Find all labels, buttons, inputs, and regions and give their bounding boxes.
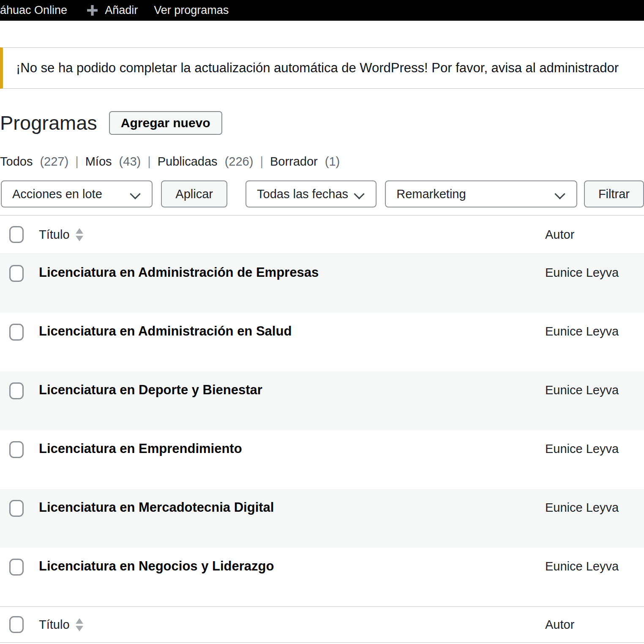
chevron-down-icon bbox=[130, 188, 141, 199]
add-new-button[interactable]: Agregar nuevo bbox=[109, 111, 222, 135]
sort-desc-icon bbox=[76, 626, 83, 631]
page-title: Programas bbox=[0, 110, 97, 136]
bulk-actions-select[interactable]: Acciones en lote bbox=[1, 180, 153, 207]
author-link[interactable]: Eunice Leyva bbox=[545, 266, 619, 279]
filter-all[interactable]: Todos (227) bbox=[0, 155, 68, 169]
sort-arrows-icon bbox=[76, 228, 83, 241]
filter-separator: | bbox=[147, 155, 151, 169]
column-author-label: Autor bbox=[545, 618, 574, 631]
table-row: Licenciatura en Emprendimiento Eunice Le… bbox=[0, 430, 644, 489]
filter-separator: | bbox=[75, 155, 79, 169]
program-title-link[interactable]: Licenciatura en Emprendimiento bbox=[39, 441, 242, 456]
row-checkbox[interactable] bbox=[9, 441, 24, 458]
category-filter-value: Remarketing bbox=[396, 187, 466, 201]
filter-draft[interactable]: Borrador (1) bbox=[270, 155, 340, 169]
row-checkbox[interactable] bbox=[9, 382, 24, 399]
admin-bar-new-label: Añadir bbox=[105, 4, 138, 17]
filter-mine-count: (43) bbox=[119, 155, 141, 168]
bulk-actions-value: Acciones en lote bbox=[12, 187, 102, 201]
author-link[interactable]: Eunice Leyva bbox=[545, 442, 619, 456]
plus-icon bbox=[86, 4, 99, 17]
column-author-label: Autor bbox=[545, 228, 574, 241]
admin-bar-view-programs[interactable]: Ver programas bbox=[154, 4, 229, 17]
apply-button[interactable]: Aplicar bbox=[161, 180, 227, 207]
dates-filter-select[interactable]: Todas las fechas bbox=[246, 180, 377, 207]
notice-message: ¡No se ha podido completar la actualizac… bbox=[3, 60, 619, 76]
filter-separator: | bbox=[260, 155, 263, 169]
column-title-sort[interactable]: Título bbox=[39, 618, 83, 632]
row-checkbox[interactable] bbox=[9, 265, 24, 282]
filter-all-count: (227) bbox=[40, 155, 68, 168]
row-checkbox[interactable] bbox=[9, 324, 24, 341]
filter-published-label[interactable]: Publicadas bbox=[158, 155, 218, 168]
table-row: Licenciatura en Deporte y Bienestar Euni… bbox=[0, 371, 644, 430]
table-body: Licenciatura en Administración de Empres… bbox=[0, 254, 644, 606]
category-filter-select[interactable]: Remarketing bbox=[385, 180, 577, 207]
author-link[interactable]: Eunice Leyva bbox=[545, 325, 619, 338]
sort-asc-icon bbox=[76, 618, 83, 624]
column-title-label: Título bbox=[39, 228, 70, 242]
program-title-link[interactable]: Licenciatura en Administración de Empres… bbox=[39, 265, 319, 280]
filter-button[interactable]: Filtrar bbox=[584, 180, 644, 207]
filter-draft-label[interactable]: Borrador bbox=[270, 155, 318, 168]
filter-published[interactable]: Publicadas (226) bbox=[158, 155, 254, 169]
chevron-down-icon bbox=[554, 188, 565, 199]
chevron-down-icon bbox=[354, 188, 364, 199]
table-toolbar: Acciones en lote Aplicar Todas las fecha… bbox=[0, 180, 644, 207]
table-row: Licenciatura en Mercadotecnia Digital Eu… bbox=[0, 489, 644, 548]
program-title-link[interactable]: Licenciatura en Negocios y Liderazgo bbox=[39, 559, 274, 573]
row-checkbox[interactable] bbox=[9, 500, 24, 517]
table-footer-row: Título Autor bbox=[0, 606, 644, 643]
filter-draft-count: (1) bbox=[325, 155, 340, 168]
author-link[interactable]: Eunice Leyva bbox=[545, 559, 619, 573]
dates-filter-value: Todas las fechas bbox=[257, 187, 348, 201]
filter-mine[interactable]: Míos (43) bbox=[85, 155, 141, 169]
site-name-link[interactable]: áhuac Online bbox=[0, 4, 67, 17]
select-all-checkbox[interactable] bbox=[9, 616, 24, 633]
admin-bar: áhuac Online Añadir Ver programas bbox=[0, 0, 644, 21]
table-header-row: Título Autor bbox=[0, 216, 644, 254]
sort-asc-icon bbox=[76, 228, 83, 234]
table-row: Licenciatura en Negocios y Liderazgo Eun… bbox=[0, 548, 644, 606]
table-row: Licenciatura en Administración de Empres… bbox=[0, 254, 644, 313]
filter-published-count: (226) bbox=[225, 155, 254, 168]
filter-mine-label[interactable]: Míos bbox=[85, 155, 112, 168]
page-header: Programas Agregar nuevo bbox=[0, 110, 644, 136]
author-link[interactable]: Eunice Leyva bbox=[545, 383, 619, 397]
sort-arrows-icon bbox=[76, 618, 83, 631]
program-title-link[interactable]: Licenciatura en Deporte y Bienestar bbox=[39, 382, 262, 397]
view-filter-links: Todos (227) | Míos (43) | Publicadas (22… bbox=[0, 155, 644, 169]
select-all-checkbox[interactable] bbox=[9, 226, 24, 243]
author-link[interactable]: Eunice Leyva bbox=[545, 501, 619, 514]
programs-table: Título Autor Licenciatura en Administrac… bbox=[0, 215, 644, 643]
column-title-sort[interactable]: Título bbox=[39, 228, 83, 242]
program-title-link[interactable]: Licenciatura en Mercadotecnia Digital bbox=[39, 500, 274, 515]
table-row: Licenciatura en Administración en Salud … bbox=[0, 313, 644, 371]
row-checkbox[interactable] bbox=[9, 559, 24, 576]
column-title-label: Título bbox=[39, 618, 70, 632]
sort-desc-icon bbox=[76, 236, 83, 241]
admin-bar-new-content[interactable]: Añadir bbox=[86, 4, 138, 17]
filter-all-label[interactable]: Todos bbox=[0, 155, 33, 168]
program-title-link[interactable]: Licenciatura en Administración en Salud bbox=[39, 324, 292, 338]
update-warning-notice: ¡No se ha podido completar la actualizac… bbox=[0, 47, 644, 89]
